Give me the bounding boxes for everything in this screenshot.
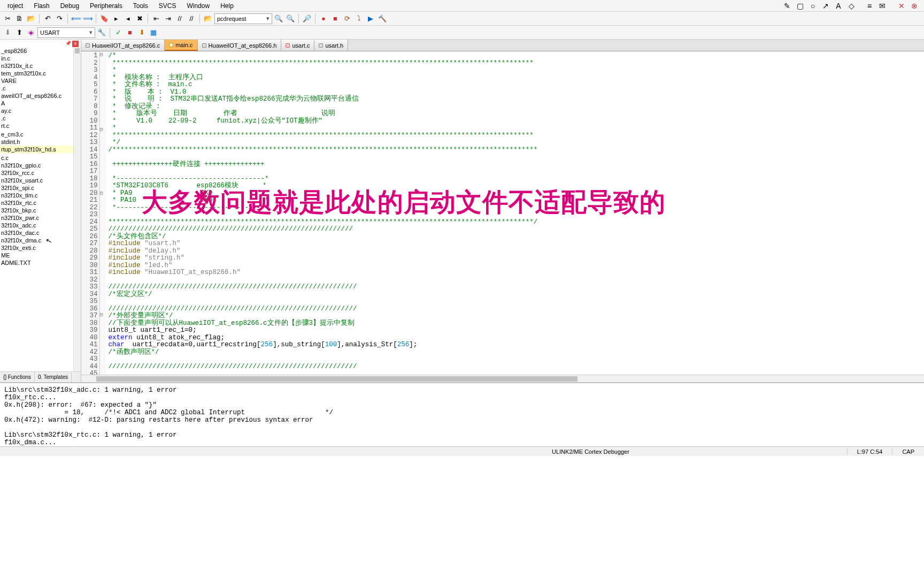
batch-build-icon[interactable]: ▦	[148, 27, 159, 38]
bookmark-clear-icon[interactable]: ✖	[134, 13, 145, 24]
tree-item[interactable]: stdint.h	[0, 138, 81, 146]
close-panel-icon[interactable]: ×	[72, 41, 79, 47]
mail-icon[interactable]: ✉	[877, 1, 888, 11]
sidebar-tab-functions[interactable]: {}Functions	[0, 372, 35, 382]
code-area[interactable]: /* *************************************…	[106, 51, 924, 375]
tree-item[interactable]: 32f10x_bkp.c	[0, 207, 81, 214]
find-icon[interactable]: 🔍	[273, 13, 284, 24]
uncomment-icon[interactable]: //	[186, 13, 197, 24]
target-combo[interactable]: pcdrequest	[214, 13, 272, 24]
diamond-icon[interactable]: ◇	[846, 1, 857, 11]
new-file-icon[interactable]: 🗎	[14, 13, 25, 24]
tree-item[interactable]: .c	[0, 115, 81, 122]
menu-window[interactable]: Window	[181, 1, 215, 11]
circle-icon[interactable]: ○	[807, 1, 818, 11]
tree-item[interactable]: n32f10x_pwr.c	[0, 214, 81, 222]
translate-icon[interactable]: ✓	[113, 27, 124, 38]
file-tab[interactable]: HuaweiIOT_at_esp8266.h	[198, 40, 282, 51]
tree-item[interactable]: rtup_stm32f10x_hd.s	[0, 146, 81, 153]
sidebar-scrollbar[interactable]	[73, 47, 81, 371]
debug-start-icon[interactable]: ●	[318, 13, 329, 24]
file-status-icon	[169, 43, 173, 47]
menu-help[interactable]: Help	[215, 1, 239, 11]
tree-item[interactable]: A	[0, 100, 81, 107]
outdent-icon[interactable]: ⇥	[163, 13, 173, 24]
edit-pencil-icon[interactable]: ✎	[782, 1, 792, 11]
pin-icon[interactable]: 📌	[65, 41, 71, 46]
toolbar-2: ⬇ ⬆ ◈ USART 🔧 ✓ ■ ⬇ ▦	[0, 26, 924, 40]
tree-item[interactable]: 32f10x_spi.c	[0, 184, 81, 192]
project-tree[interactable]: _esp8266 in.cn32f10x_it.ctem_stm32f10x.c…	[0, 40, 81, 371]
sidebar-tab-templates[interactable]: 0.Templates	[35, 372, 72, 382]
tree-item[interactable]: n32f10x_dma.c	[0, 237, 81, 244]
rebuild-icon[interactable]: ◈	[26, 27, 36, 38]
tree-item[interactable]: rt.c	[0, 122, 81, 130]
bookmark-next-icon[interactable]: ▸	[111, 13, 121, 24]
menu-project[interactable]: roject	[2, 1, 28, 11]
tree-root[interactable]: _esp8266	[0, 47, 81, 55]
bars-icon[interactable]: ≡	[864, 1, 875, 11]
redo-icon[interactable]: ↷	[54, 13, 65, 24]
debug-step-icon[interactable]: ⤵	[353, 13, 364, 24]
tree-item[interactable]: n32f10x_rtc.c	[0, 199, 81, 207]
tree-item[interactable]: 32f10x_adc.c	[0, 222, 81, 229]
debug-reset-icon[interactable]: ⟳	[342, 13, 352, 24]
tree-item[interactable]: aweiIOT_at_esp8266.c	[0, 92, 81, 100]
comment-icon[interactable]: //	[174, 13, 185, 24]
tree-item[interactable]: ME	[0, 252, 81, 259]
square-icon[interactable]: ▢	[795, 1, 805, 11]
tree-item[interactable]: n32f10x_it.c	[0, 62, 81, 70]
tree-item[interactable]: .c	[0, 85, 81, 92]
tree-item[interactable]: c.c	[0, 154, 81, 162]
download-icon[interactable]: ⬇	[136, 27, 147, 38]
fold-column[interactable]: ⊟ ⊟ ⊟ ⊟	[100, 51, 106, 375]
build-icon[interactable]: ⬆	[14, 27, 25, 38]
tree-item[interactable]: n32f10x_usart.c	[0, 177, 81, 184]
bell-off-icon[interactable]: ✕	[896, 1, 907, 11]
wifi-off-icon[interactable]: ⊗	[909, 1, 920, 11]
target-select-combo[interactable]: USART	[37, 27, 95, 38]
tree-item[interactable]: 32f10x_exti.c	[0, 244, 81, 252]
load-icon[interactable]: ⬇	[2, 27, 13, 38]
tree-item[interactable]: n32f10x_dac.c	[0, 229, 81, 237]
menu-svcs[interactable]: SVCS	[153, 1, 182, 11]
separator	[96, 14, 96, 24]
nav-back-icon[interactable]: ⟸	[71, 13, 81, 24]
tree-item[interactable]: n32f10x_tim.c	[0, 192, 81, 199]
tools-icon[interactable]: 🔨	[377, 13, 388, 24]
tree-item[interactable]: tem_stm32f10x.c	[0, 70, 81, 77]
indent-icon[interactable]: ⇤	[151, 13, 161, 24]
tree-item[interactable]: 32f10x_rcc.c	[0, 169, 81, 177]
file-tab[interactable]: main.c	[165, 40, 197, 51]
tree-item[interactable]: n32f10x_gpio.c	[0, 162, 81, 169]
tree-item[interactable]: ADME.TXT	[0, 259, 81, 267]
menu-peripherals[interactable]: Peripherals	[84, 1, 128, 11]
file-tab[interactable]: HuaweiIOT_at_esp8266.c	[81, 40, 165, 51]
undo-icon[interactable]: ↶	[42, 13, 53, 24]
menu-debug[interactable]: Debug	[55, 1, 84, 11]
cut-icon[interactable]: ✂	[2, 13, 13, 24]
code-editor[interactable]: 1 2 3 4 5 6 7 8 9 10 11 12 13 14 15 16 1…	[81, 51, 924, 375]
nav-forward-icon[interactable]: ⟹	[82, 13, 93, 24]
tree-item[interactable]: VARE	[0, 77, 81, 85]
open-file-icon[interactable]: 📂	[26, 13, 36, 24]
menu-flash[interactable]: Flash	[28, 1, 55, 11]
debug-stop-icon[interactable]: ■	[330, 13, 341, 24]
find-in-files-icon[interactable]: 🔍	[285, 13, 296, 24]
file-tab[interactable]: usart.c	[281, 40, 314, 51]
tree-item[interactable]: e_cm3.c	[0, 131, 81, 138]
tree-item[interactable]: in.c	[0, 55, 81, 62]
line-icon[interactable]: ↗	[820, 1, 831, 11]
stop-build-icon[interactable]: ■	[125, 27, 135, 38]
text-icon[interactable]: A	[833, 1, 844, 11]
debug-run-icon[interactable]: ▶	[365, 13, 376, 24]
zoom-icon[interactable]: 🔎	[302, 13, 312, 24]
file-tab[interactable]: usart.h	[314, 40, 348, 51]
tree-item[interactable]: ay.c	[0, 107, 81, 115]
options-icon[interactable]: 🔧	[96, 27, 107, 38]
bookmark-icon[interactable]: 🔖	[99, 13, 110, 24]
editor-hscrollbar[interactable]	[81, 375, 924, 382]
menu-tools[interactable]: Tools	[128, 1, 153, 11]
folder-open-icon[interactable]: 📂	[203, 13, 213, 24]
bookmark-prev-icon[interactable]: ◂	[122, 13, 133, 24]
